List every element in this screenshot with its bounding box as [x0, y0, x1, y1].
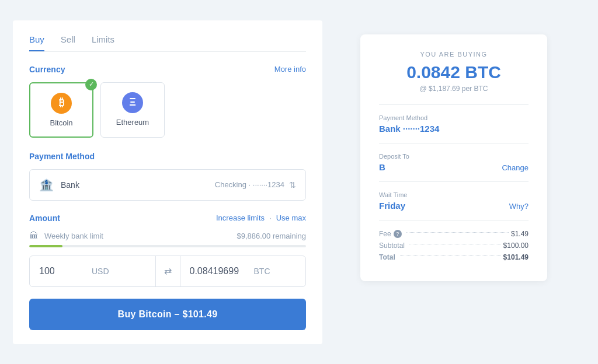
- subtotal-label: Subtotal: [379, 242, 405, 250]
- divider-3: [379, 181, 529, 182]
- payment-left: 🏦 Bank: [39, 178, 79, 192]
- limit-label: Weekly bank limit: [44, 232, 231, 240]
- order-summary: YOU ARE BUYING 0.0842 BTC @ $1,187.69 pe…: [360, 34, 547, 281]
- tab-sell[interactable]: Sell: [61, 34, 75, 51]
- divider-1: [379, 104, 529, 105]
- use-max-link[interactable]: Use max: [276, 214, 306, 222]
- increase-limits-link[interactable]: Increase limits: [216, 214, 265, 222]
- currency-section-title: Currency: [29, 65, 65, 74]
- separator: ·: [269, 214, 272, 222]
- amount-section-header: Amount Increase limits · Use max: [29, 214, 306, 223]
- limit-row: 🏛 Weekly bank limit $9,886.00 remaining: [29, 231, 306, 242]
- btc-label: BTC: [254, 267, 270, 276]
- summary-rate: @ $1,187.69 per BTC: [379, 85, 529, 93]
- usd-input-group: USD: [30, 258, 155, 285]
- subtotal-dots: [409, 244, 501, 244]
- fee-line: Fee ?: [379, 230, 511, 238]
- fee-value: $1.49: [511, 230, 529, 238]
- summary-amount: 0.0842 BTC: [379, 62, 529, 82]
- payment-section-header: Payment Method: [29, 152, 306, 161]
- payment-method-selector[interactable]: 🏦 Bank Checking · ·······1234 ⇅: [29, 169, 306, 201]
- limit-bank-icon: 🏛: [29, 231, 39, 242]
- amount-section-title: Amount: [29, 214, 60, 223]
- bitcoin-label: Bitcoin: [50, 118, 72, 127]
- chevron-updown-icon: ⇅: [289, 180, 296, 190]
- total-value: $101.49: [503, 253, 529, 261]
- subtotal-row: Subtotal $100.00: [379, 242, 529, 250]
- tab-buy[interactable]: Buy: [29, 34, 44, 51]
- total-row: Total $101.49: [379, 253, 529, 261]
- total-dots: [400, 256, 501, 256]
- wait-time-label: Wait Time: [379, 191, 529, 198]
- fee-rows: Fee ? $1.49 Subtotal $100.00: [379, 230, 529, 261]
- subtotal-value: $100.00: [503, 242, 529, 250]
- amount-links: Increase limits · Use max: [216, 214, 306, 222]
- main-container: Buy Sell Limits Currency More info ✓ ₿ B…: [13, 20, 585, 344]
- bank-detail: Checking · ·······1234: [215, 180, 284, 189]
- swap-icon: ⇄: [155, 256, 180, 286]
- limit-remaining: $9,886.00 remaining: [237, 232, 306, 240]
- deposit-to-value: B: [379, 162, 385, 172]
- currency-card-ethereum[interactable]: Ξ Ethereum: [100, 82, 165, 138]
- wait-time-value: Friday: [379, 201, 405, 211]
- deposit-to-label: Deposit To: [379, 153, 529, 160]
- wait-time-action-row: Friday Why?: [379, 201, 529, 211]
- currency-card-bitcoin[interactable]: ✓ ₿ Bitcoin: [29, 82, 93, 138]
- bank-label: Bank: [61, 180, 79, 190]
- why-link[interactable]: Why?: [509, 202, 529, 211]
- usd-label: USD: [92, 267, 109, 276]
- ethereum-icon: Ξ: [122, 92, 143, 113]
- limit-progress-bar: [29, 245, 306, 247]
- payment-method-label: Payment Method: [379, 114, 529, 121]
- currency-section-header: Currency More info: [29, 65, 306, 74]
- divider-2: [379, 143, 529, 144]
- bank-icon: 🏦: [39, 178, 54, 192]
- payment-method-value: Bank ·······1234: [379, 124, 529, 134]
- wait-time-row: Wait Time Friday Why?: [379, 191, 529, 211]
- you-are-buying-label: YOU ARE BUYING: [379, 51, 529, 58]
- btc-input[interactable]: [190, 266, 248, 276]
- payment-section-title: Payment Method: [29, 152, 95, 161]
- tab-limits[interactable]: Limits: [92, 34, 114, 51]
- more-info-link[interactable]: More info: [274, 65, 306, 74]
- payment-method-row: Payment Method Bank ·······1234: [379, 114, 529, 134]
- amount-inputs: USD ⇄ BTC: [29, 256, 306, 287]
- deposit-to-action-row: B Change: [379, 162, 529, 172]
- fee-row: Fee ? $1.49: [379, 230, 529, 238]
- divider-4: [379, 220, 529, 220]
- fee-label: Fee: [379, 230, 391, 238]
- left-panel: Buy Sell Limits Currency More info ✓ ₿ B…: [13, 20, 322, 344]
- bitcoin-icon: ₿: [51, 93, 72, 114]
- currency-cards: ✓ ₿ Bitcoin Ξ Ethereum: [29, 82, 306, 138]
- selected-check-icon: ✓: [85, 79, 97, 90]
- total-line: Total: [379, 253, 503, 261]
- fee-info-icon[interactable]: ?: [394, 230, 402, 238]
- ethereum-label: Ethereum: [116, 118, 149, 127]
- change-link[interactable]: Change: [502, 163, 529, 172]
- subtotal-line: Subtotal: [379, 242, 503, 250]
- usd-input[interactable]: [39, 266, 86, 276]
- right-panel: YOU ARE BUYING 0.0842 BTC @ $1,187.69 pe…: [322, 20, 585, 344]
- buy-button[interactable]: Buy Bitcoin – $101.49: [29, 299, 306, 330]
- limit-progress-fill: [29, 245, 62, 247]
- btc-input-group: BTC: [180, 258, 306, 285]
- deposit-to-row: Deposit To B Change: [379, 153, 529, 172]
- total-label: Total: [379, 253, 395, 261]
- payment-right: Checking · ·······1234 ⇅: [215, 180, 296, 190]
- fee-dots: [406, 232, 509, 233]
- tabs: Buy Sell Limits: [29, 34, 306, 52]
